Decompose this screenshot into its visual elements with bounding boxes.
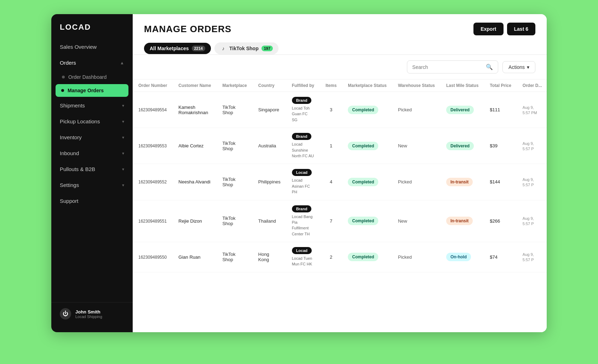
tab-count: 2214 <box>192 46 205 51</box>
cell-country: Thailand <box>253 200 286 242</box>
sidebar-item-label: Support <box>60 198 79 204</box>
table-row[interactable]: 162309489554 Kamesh Romakrishnan TikTok … <box>133 92 547 128</box>
col-header-warehouse-status: Warehouse Status <box>392 80 441 92</box>
sidebar-item-inbound[interactable]: Inbound ▾ <box>51 145 133 161</box>
sidebar-item-shipments[interactable]: Shipments ▾ <box>51 98 133 113</box>
sidebar-item-label: Pickup Locations <box>60 118 100 124</box>
cell-customer-name: Gian Ruan <box>173 242 217 272</box>
col-header-marketplace: Marketplace <box>217 80 252 92</box>
cell-order-number: 162309489551 <box>133 200 173 242</box>
sidebar-item-inventory[interactable]: Inventory ▾ <box>51 129 133 145</box>
cell-marketplace: TikTok Shop <box>217 128 252 164</box>
cell-warehouse-status: New <box>392 200 441 242</box>
sidebar-item-pickup-locations[interactable]: Pickup Locations ▾ <box>51 113 133 129</box>
cell-country: Australia <box>253 128 286 164</box>
cell-order-date: Aug 9,5:57 PM <box>517 92 547 128</box>
sidebar-item-label: Settings <box>60 182 79 188</box>
cell-country: Hong Kong <box>253 242 286 272</box>
cell-items: 3 <box>320 92 342 128</box>
chevron-down-icon: ▾ <box>122 135 124 140</box>
sidebar-item-label: Pullouts & B2B <box>60 166 95 172</box>
cell-marketplace-status: Completed <box>342 164 392 200</box>
cell-fulfilled-by: Locad Locad Asinan FC PH <box>286 164 320 200</box>
tab-count: 197 <box>261 46 273 51</box>
user-profile-footer: ⏻ John Smith Locad Shipping <box>51 302 133 325</box>
cell-customer-name: Albie Cortez <box>173 128 217 164</box>
chevron-up-icon: ▲ <box>120 60 124 65</box>
tab-tiktok-shop[interactable]: ♪ TikTok Shop 197 <box>214 42 278 54</box>
sidebar-item-sales-overview[interactable]: Sales Overview <box>51 39 133 55</box>
search-box[interactable]: 🔍 <box>407 60 498 74</box>
cell-items: 2 <box>320 242 342 272</box>
cell-marketplace: TikTok Shop <box>217 242 252 272</box>
main-content: MANAGE ORDERS Export Last 6 All Marketpl… <box>133 14 547 332</box>
chevron-down-icon: ▾ <box>122 151 124 156</box>
last-period-button[interactable]: Last 6 <box>507 23 535 35</box>
col-header-country: Country <box>253 80 286 92</box>
cell-warehouse-status: New <box>392 128 441 164</box>
export-button[interactable]: Export <box>473 23 503 35</box>
sidebar-sub-item-manage-orders[interactable]: Manage Orders <box>56 84 128 97</box>
cell-order-number: 162309489554 <box>133 92 173 128</box>
cell-total-price: $111 <box>484 92 517 128</box>
cell-total-price: $39 <box>484 128 517 164</box>
cell-fulfilled-by: Locad Locad Tuen Mun FC HK <box>286 242 320 272</box>
table-row[interactable]: 162309489551 Rejie Dizon TikTok Shop Tha… <box>133 200 547 242</box>
cell-order-number: 162309489552 <box>133 164 173 200</box>
tab-all-marketplaces[interactable]: All Marketplaces 2214 <box>144 43 211 54</box>
marketplace-tabs: All Marketplaces 2214 ♪ TikTok Shop 197 <box>144 42 535 54</box>
table-row[interactable]: 162309489550 Gian Ruan TikTok Shop Hong … <box>133 242 547 272</box>
sidebar-sub-item-order-dashboard[interactable]: Order Dashboard <box>51 71 133 83</box>
cell-marketplace-status: Completed <box>342 128 392 164</box>
table-row[interactable]: 162309489553 Albie Cortez TikTok Shop Au… <box>133 128 547 164</box>
cell-marketplace: TikTok Shop <box>217 200 252 242</box>
cell-total-price: $266 <box>484 200 517 242</box>
actions-button[interactable]: Actions ▾ <box>502 61 535 73</box>
user-company: Locad Shipping <box>75 315 102 319</box>
cell-customer-name: Rejie Dizon <box>173 200 217 242</box>
sidebar-item-pullouts-b2b[interactable]: Pullouts & B2B ▾ <box>51 161 133 177</box>
cell-marketplace-status: Completed <box>342 92 392 128</box>
sidebar: LOCAD Sales Overview Orders ▲ Order Dash… <box>51 14 133 332</box>
cell-order-date: Aug 9,5:57 P <box>517 128 547 164</box>
sidebar-item-label: Inbound <box>60 150 79 156</box>
sidebar-item-label: Shipments <box>60 102 85 108</box>
cell-customer-name: Neesha Alvandi <box>173 164 217 200</box>
search-icon-button[interactable]: 🔍 <box>486 64 493 70</box>
sidebar-nav: Sales Overview Orders ▲ Order Dashboard … <box>51 39 133 302</box>
chevron-down-icon: ▾ <box>122 167 124 172</box>
cell-fulfilled-by: Brand Locad Toh Guan FC SG <box>286 92 320 128</box>
table-area: 🔍 Actions ▾ Order Number Customer Name <box>133 55 547 332</box>
cell-warehouse-status: Picked <box>392 164 441 200</box>
col-header-order-date: Order D... <box>517 80 547 92</box>
sidebar-item-orders[interactable]: Orders ▲ <box>51 55 133 71</box>
page-header: MANAGE ORDERS Export Last 6 All Marketpl… <box>133 14 547 55</box>
cell-marketplace: TikTok Shop <box>217 92 252 128</box>
sidebar-sub-label: Order Dashboard <box>68 74 107 80</box>
col-header-last-mile-status: Last Mile Status <box>441 80 484 92</box>
cell-marketplace-status: Completed <box>342 242 392 272</box>
cell-last-mile-status: Delivered <box>441 92 484 128</box>
sidebar-item-settings[interactable]: Settings ▾ <box>51 177 133 193</box>
search-input[interactable] <box>412 64 483 70</box>
sidebar-item-support[interactable]: Support <box>51 193 133 209</box>
tab-label: TikTok Shop <box>229 46 259 51</box>
chevron-down-icon: ▾ <box>527 64 529 70</box>
cell-items: 4 <box>320 164 342 200</box>
cell-warehouse-status: Picked <box>392 242 441 272</box>
cell-fulfilled-by: Brand Locad Bang Pia Fulfilment Center T… <box>286 200 320 242</box>
table-row[interactable]: 162309489552 Neesha Alvandi TikTok Shop … <box>133 164 547 200</box>
sidebar-item-label: Inventory <box>60 134 82 140</box>
power-icon[interactable]: ⏻ <box>60 308 71 319</box>
sidebar-item-label: Sales Overview <box>60 44 97 50</box>
user-name: John Smith <box>75 309 102 315</box>
cell-country: Philippines <box>253 164 286 200</box>
dot-icon <box>61 89 64 92</box>
cell-order-date: Aug 9,5:57 P <box>517 200 547 242</box>
orders-table: Order Number Customer Name Marketplace C… <box>133 80 547 272</box>
col-header-customer-name: Customer Name <box>173 80 217 92</box>
app-logo: LOCAD <box>51 14 133 39</box>
cell-order-date: Aug 9,5:57 P <box>517 164 547 200</box>
chevron-down-icon: ▾ <box>122 103 124 108</box>
table-toolbar: 🔍 Actions ▾ <box>133 55 547 80</box>
